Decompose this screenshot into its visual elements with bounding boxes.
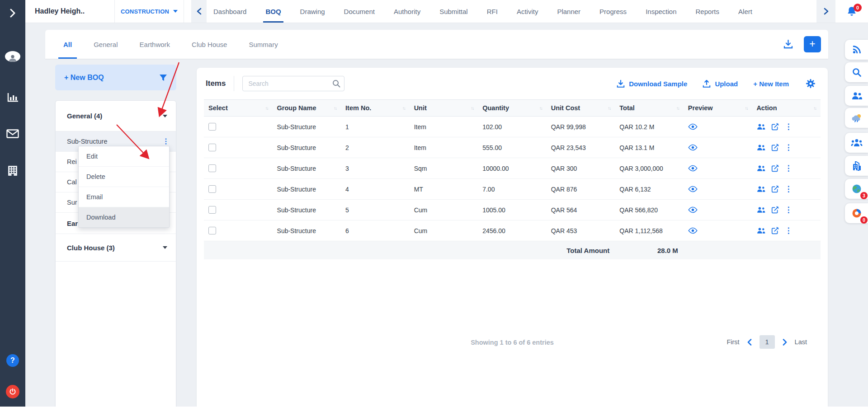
edit-item-button[interactable] [771, 123, 779, 131]
nav-scroll-left-button[interactable] [191, 0, 207, 23]
row-checkbox[interactable] [208, 185, 216, 193]
more-options-button[interactable]: ⋮ [784, 164, 792, 172]
sort-icon[interactable]: ↑↓ [813, 106, 816, 111]
nav-scroll-right-button[interactable] [816, 0, 835, 23]
edit-item-button[interactable] [771, 185, 779, 193]
kebab-menu-icon[interactable]: ⋮ [162, 138, 170, 145]
column-header-unit-cost[interactable]: Unit Cost↑↓ [547, 100, 615, 117]
column-header-total[interactable]: Total↑↓ [615, 100, 684, 117]
preview-eye-button[interactable] [688, 144, 748, 151]
nav-inspection[interactable]: Inspection [636, 0, 686, 23]
more-options-button[interactable]: ⋮ [784, 144, 792, 151]
search-input[interactable] [242, 76, 344, 91]
nav-document[interactable]: Document [335, 0, 384, 23]
sort-icon[interactable]: ↑↓ [402, 106, 405, 111]
profile-avatar[interactable] [0, 51, 25, 62]
sort-icon[interactable]: ↑↓ [471, 106, 473, 111]
sidebar-expand-button[interactable] [0, 5, 25, 21]
edit-item-button[interactable] [771, 144, 779, 151]
sort-icon[interactable]: ↑↓ [265, 106, 268, 111]
mail-button[interactable] [0, 129, 25, 138]
column-header-preview[interactable]: Preview↑↓ [684, 100, 752, 117]
pagination-last[interactable]: Last [795, 338, 807, 346]
column-header-unit[interactable]: Unit↑↓ [410, 100, 478, 117]
edit-item-button[interactable] [771, 227, 779, 234]
dashboard-chart-button[interactable] [0, 93, 25, 103]
nav-rfi[interactable]: RFI [477, 0, 507, 23]
filter-icon[interactable] [159, 74, 167, 82]
more-options-button[interactable]: ⋮ [784, 185, 792, 193]
assign-users-button[interactable] [756, 123, 766, 130]
download-sample-button[interactable]: Download Sample [617, 80, 687, 88]
upload-button[interactable]: Upload [703, 80, 738, 88]
add-boq-button[interactable]: + [804, 36, 821, 52]
row-checkbox[interactable] [208, 144, 216, 151]
pagination-first[interactable]: First [726, 338, 739, 346]
row-checkbox[interactable] [208, 123, 216, 131]
assign-users-button[interactable] [756, 144, 766, 151]
tab-all[interactable]: All [52, 30, 83, 59]
preview-eye-button[interactable] [688, 227, 748, 234]
context-menu-item-delete[interactable]: Delete [79, 167, 169, 187]
assign-users-button[interactable] [756, 165, 766, 172]
row-checkbox[interactable] [208, 227, 216, 234]
nav-drawing[interactable]: Drawing [291, 0, 335, 23]
column-header-action[interactable]: Action↑↓ [752, 100, 821, 117]
notifications-bell[interactable]: 0 [835, 0, 868, 23]
analytics-shortcut[interactable]: 0 [845, 203, 868, 223]
sort-icon[interactable]: ↑↓ [745, 106, 747, 111]
preview-eye-button[interactable] [688, 186, 748, 192]
preview-eye-button[interactable] [688, 123, 748, 130]
column-header-quantity[interactable]: Quantity↑↓ [478, 100, 547, 117]
new-item-button[interactable]: + New Item [753, 80, 789, 88]
more-options-button[interactable]: ⋮ [784, 123, 792, 131]
preview-eye-button[interactable] [688, 206, 748, 213]
tab-summary[interactable]: Summary [238, 30, 288, 59]
sort-icon[interactable]: ↑↓ [608, 106, 610, 111]
logout-button[interactable] [0, 385, 25, 398]
search-shortcut[interactable] [845, 62, 868, 82]
column-header-group-name[interactable]: Group Name↑↓ [273, 100, 341, 117]
nav-authority[interactable]: Authority [384, 0, 430, 23]
sort-icon[interactable]: ↑↓ [334, 106, 336, 111]
assign-users-button[interactable] [756, 186, 766, 192]
preview-eye-button[interactable] [688, 165, 748, 172]
feed-shortcut[interactable] [845, 40, 868, 60]
tab-general[interactable]: General [83, 30, 128, 59]
sort-icon[interactable]: ↑↓ [539, 106, 542, 111]
weather-shortcut[interactable] [845, 108, 868, 128]
pagination-page-1[interactable]: 1 [760, 335, 775, 349]
pagination-prev[interactable] [747, 339, 752, 346]
module-dropdown[interactable]: CONSTRUCTION [115, 0, 184, 23]
company-button[interactable] [0, 165, 25, 177]
nav-boq[interactable]: BOQ [256, 0, 290, 23]
edit-item-button[interactable] [771, 206, 779, 214]
column-header-item-no[interactable]: Item No.↑↓ [341, 100, 410, 117]
group-clubhouse[interactable]: Club House (3) [56, 234, 176, 262]
more-options-button[interactable]: ⋮ [784, 227, 792, 234]
row-checkbox[interactable] [208, 164, 216, 172]
help-button[interactable]: ? [0, 354, 25, 367]
new-boq-button[interactable]: + New BOQ [55, 65, 176, 90]
group-general[interactable]: General (4) [56, 101, 176, 131]
tab-earthwork[interactable]: Earthwork [129, 30, 181, 59]
nav-submittal[interactable]: Submittal [430, 0, 477, 23]
team-shortcut[interactable] [845, 133, 868, 153]
nav-reports[interactable]: Reports [686, 0, 729, 23]
settings-gear-icon[interactable] [806, 79, 815, 88]
assign-users-button[interactable] [756, 227, 766, 234]
column-header-select[interactable]: Select↑↓ [204, 100, 273, 117]
assign-users-button[interactable] [756, 206, 766, 213]
more-options-button[interactable]: ⋮ [784, 206, 792, 214]
sort-icon[interactable]: ↑↓ [676, 106, 679, 111]
nav-dashboard[interactable]: Dashboard [204, 0, 256, 23]
tab-club-house[interactable]: Club House [181, 30, 238, 59]
users-shortcut[interactable] [845, 86, 868, 106]
project-name[interactable]: Hadley Heigh.. [25, 0, 115, 23]
download-boq-button[interactable] [783, 40, 793, 49]
nav-planner[interactable]: Planner [547, 0, 590, 23]
edit-item-button[interactable] [771, 164, 779, 172]
context-menu-item-edit[interactable]: Edit [79, 146, 169, 167]
globe-shortcut[interactable]: 3 [845, 179, 868, 199]
nav-progress[interactable]: Progress [590, 0, 636, 23]
